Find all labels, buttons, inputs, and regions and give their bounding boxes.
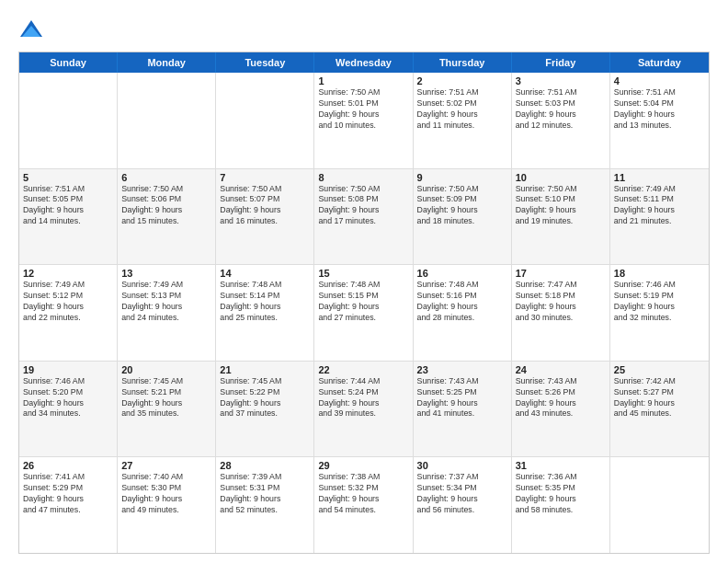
day-cell-23: 23Sunrise: 7:43 AM Sunset: 5:25 PM Dayli… [414, 362, 512, 457]
day-info: Sunrise: 7:43 AM Sunset: 5:25 PM Dayligh… [417, 376, 507, 420]
day-number: 15 [318, 268, 408, 279]
day-number: 27 [121, 460, 211, 471]
day-info: Sunrise: 7:51 AM Sunset: 5:02 PM Dayligh… [417, 87, 507, 132]
day-info: Sunrise: 7:38 AM Sunset: 5:32 PM Dayligh… [318, 472, 408, 516]
day-info: Sunrise: 7:50 AM Sunset: 5:10 PM Dayligh… [516, 184, 606, 228]
day-info: Sunrise: 7:48 AM Sunset: 5:14 PM Dayligh… [220, 280, 310, 324]
week-row-3: 12Sunrise: 7:49 AM Sunset: 5:12 PM Dayli… [19, 265, 709, 362]
day-cell-25: 25Sunrise: 7:42 AM Sunset: 5:27 PM Dayli… [610, 362, 709, 457]
day-info: Sunrise: 7:51 AM Sunset: 5:04 PM Dayligh… [614, 87, 705, 132]
day-info: Sunrise: 7:45 AM Sunset: 5:21 PM Dayligh… [121, 376, 211, 420]
day-number: 2 [417, 75, 507, 86]
day-info: Sunrise: 7:50 AM Sunset: 5:06 PM Dayligh… [121, 184, 211, 228]
day-cell-21: 21Sunrise: 7:45 AM Sunset: 5:22 PM Dayli… [216, 362, 314, 457]
day-number: 29 [318, 460, 408, 471]
day-number: 18 [614, 268, 705, 279]
empty-cell [118, 73, 216, 168]
day-info: Sunrise: 7:50 AM Sunset: 5:08 PM Dayligh… [318, 184, 408, 228]
day-info: Sunrise: 7:42 AM Sunset: 5:27 PM Dayligh… [614, 376, 705, 420]
day-number: 5 [23, 172, 113, 183]
day-info: Sunrise: 7:40 AM Sunset: 5:30 PM Dayligh… [121, 472, 211, 516]
header [18, 17, 710, 42]
day-cell-13: 13Sunrise: 7:49 AM Sunset: 5:13 PM Dayli… [118, 265, 216, 361]
day-cell-28: 28Sunrise: 7:39 AM Sunset: 5:31 PM Dayli… [216, 457, 314, 553]
day-info: Sunrise: 7:51 AM Sunset: 5:03 PM Dayligh… [516, 87, 606, 132]
day-info: Sunrise: 7:36 AM Sunset: 5:35 PM Dayligh… [516, 472, 606, 516]
header-day-wednesday: Wednesday [314, 52, 413, 73]
day-cell-5: 5Sunrise: 7:51 AM Sunset: 5:05 PM Daylig… [19, 169, 118, 265]
day-number: 6 [121, 172, 211, 183]
logo [18, 17, 48, 42]
day-number: 25 [614, 364, 705, 375]
day-info: Sunrise: 7:51 AM Sunset: 5:05 PM Dayligh… [23, 184, 113, 228]
day-cell-4: 4Sunrise: 7:51 AM Sunset: 5:04 PM Daylig… [610, 73, 709, 168]
header-day-thursday: Thursday [414, 52, 512, 73]
day-info: Sunrise: 7:46 AM Sunset: 5:19 PM Dayligh… [614, 280, 705, 324]
page: SundayMondayTuesdayWednesdayThursdayFrid… [0, 0, 728, 563]
day-number: 23 [417, 364, 507, 375]
day-info: Sunrise: 7:49 AM Sunset: 5:11 PM Dayligh… [614, 184, 705, 228]
day-info: Sunrise: 7:50 AM Sunset: 5:09 PM Dayligh… [417, 184, 507, 228]
empty-cell [216, 73, 314, 168]
day-cell-17: 17Sunrise: 7:47 AM Sunset: 5:18 PM Dayli… [512, 265, 610, 361]
day-cell-19: 19Sunrise: 7:46 AM Sunset: 5:20 PM Dayli… [19, 362, 118, 457]
empty-cell [610, 457, 709, 553]
header-day-saturday: Saturday [610, 52, 709, 73]
week-row-2: 5Sunrise: 7:51 AM Sunset: 5:05 PM Daylig… [19, 169, 709, 266]
day-cell-30: 30Sunrise: 7:37 AM Sunset: 5:34 PM Dayli… [414, 457, 512, 553]
day-number: 13 [121, 268, 211, 279]
day-info: Sunrise: 7:46 AM Sunset: 5:20 PM Dayligh… [23, 376, 113, 420]
day-cell-8: 8Sunrise: 7:50 AM Sunset: 5:08 PM Daylig… [314, 169, 413, 265]
day-number: 8 [318, 172, 408, 183]
day-info: Sunrise: 7:43 AM Sunset: 5:26 PM Dayligh… [516, 376, 606, 420]
day-number: 30 [417, 460, 507, 471]
day-info: Sunrise: 7:48 AM Sunset: 5:16 PM Dayligh… [417, 280, 507, 324]
day-cell-22: 22Sunrise: 7:44 AM Sunset: 5:24 PM Dayli… [314, 362, 413, 457]
day-number: 7 [220, 172, 310, 183]
day-cell-12: 12Sunrise: 7:49 AM Sunset: 5:12 PM Dayli… [19, 265, 118, 361]
calendar-header: SundayMondayTuesdayWednesdayThursdayFrid… [19, 52, 709, 73]
day-info: Sunrise: 7:50 AM Sunset: 5:01 PM Dayligh… [318, 87, 408, 132]
day-cell-26: 26Sunrise: 7:41 AM Sunset: 5:29 PM Dayli… [19, 457, 118, 553]
day-number: 16 [417, 268, 507, 279]
day-cell-3: 3Sunrise: 7:51 AM Sunset: 5:03 PM Daylig… [512, 73, 610, 168]
day-cell-31: 31Sunrise: 7:36 AM Sunset: 5:35 PM Dayli… [512, 457, 610, 553]
day-number: 22 [318, 364, 408, 375]
day-number: 12 [23, 268, 113, 279]
day-cell-16: 16Sunrise: 7:48 AM Sunset: 5:16 PM Dayli… [414, 265, 512, 361]
day-number: 26 [23, 460, 113, 471]
week-row-4: 19Sunrise: 7:46 AM Sunset: 5:20 PM Dayli… [19, 362, 709, 458]
day-cell-11: 11Sunrise: 7:49 AM Sunset: 5:11 PM Dayli… [610, 169, 709, 265]
calendar-body: 1Sunrise: 7:50 AM Sunset: 5:01 PM Daylig… [19, 73, 709, 553]
header-day-tuesday: Tuesday [216, 52, 314, 73]
day-info: Sunrise: 7:45 AM Sunset: 5:22 PM Dayligh… [220, 376, 310, 420]
day-cell-27: 27Sunrise: 7:40 AM Sunset: 5:30 PM Dayli… [118, 457, 216, 553]
day-cell-6: 6Sunrise: 7:50 AM Sunset: 5:06 PM Daylig… [118, 169, 216, 265]
day-number: 9 [417, 172, 507, 183]
day-cell-24: 24Sunrise: 7:43 AM Sunset: 5:26 PM Dayli… [512, 362, 610, 457]
day-cell-29: 29Sunrise: 7:38 AM Sunset: 5:32 PM Dayli… [314, 457, 413, 553]
day-cell-9: 9Sunrise: 7:50 AM Sunset: 5:09 PM Daylig… [414, 169, 512, 265]
logo-icon [18, 17, 44, 42]
day-cell-20: 20Sunrise: 7:45 AM Sunset: 5:21 PM Dayli… [118, 362, 216, 457]
week-row-1: 1Sunrise: 7:50 AM Sunset: 5:01 PM Daylig… [19, 73, 709, 169]
day-number: 19 [23, 364, 113, 375]
day-cell-7: 7Sunrise: 7:50 AM Sunset: 5:07 PM Daylig… [216, 169, 314, 265]
day-info: Sunrise: 7:41 AM Sunset: 5:29 PM Dayligh… [23, 472, 113, 516]
day-number: 10 [516, 172, 606, 183]
day-cell-1: 1Sunrise: 7:50 AM Sunset: 5:01 PM Daylig… [314, 73, 413, 168]
day-info: Sunrise: 7:37 AM Sunset: 5:34 PM Dayligh… [417, 472, 507, 516]
day-info: Sunrise: 7:44 AM Sunset: 5:24 PM Dayligh… [318, 376, 408, 420]
calendar: SundayMondayTuesdayWednesdayThursdayFrid… [18, 52, 710, 554]
day-cell-18: 18Sunrise: 7:46 AM Sunset: 5:19 PM Dayli… [610, 265, 709, 361]
day-info: Sunrise: 7:50 AM Sunset: 5:07 PM Dayligh… [220, 184, 310, 228]
day-number: 20 [121, 364, 211, 375]
day-number: 4 [614, 75, 705, 86]
day-cell-15: 15Sunrise: 7:48 AM Sunset: 5:15 PM Dayli… [314, 265, 413, 361]
header-day-friday: Friday [512, 52, 610, 73]
day-number: 11 [614, 172, 705, 183]
day-info: Sunrise: 7:49 AM Sunset: 5:12 PM Dayligh… [23, 280, 113, 324]
day-info: Sunrise: 7:39 AM Sunset: 5:31 PM Dayligh… [220, 472, 310, 516]
day-info: Sunrise: 7:48 AM Sunset: 5:15 PM Dayligh… [318, 280, 408, 324]
header-day-sunday: Sunday [19, 52, 118, 73]
